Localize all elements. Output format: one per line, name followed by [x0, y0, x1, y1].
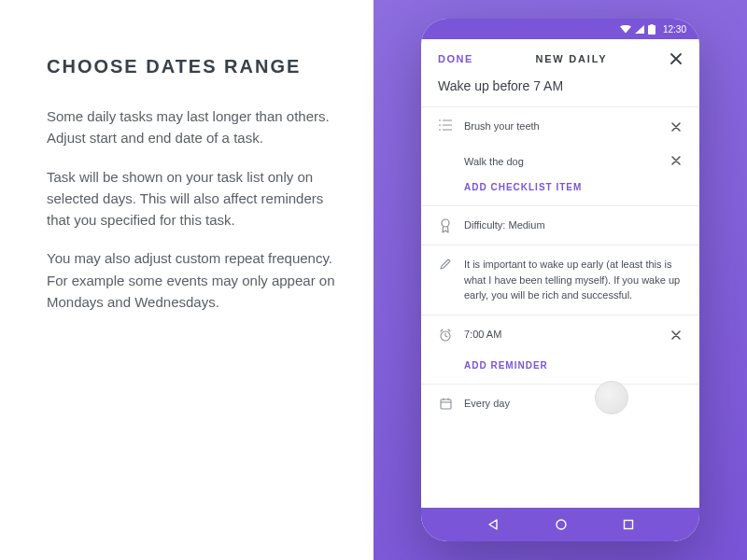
difficulty-row[interactable]: Difficulty: Medium — [438, 206, 683, 245]
checklist-section: Brush your teeth Walk the dog ADD CHECKL… — [421, 107, 699, 206]
close-icon — [671, 122, 681, 132]
svg-rect-15 — [625, 521, 633, 529]
wifi-icon — [620, 25, 631, 34]
add-checklist-item-button[interactable]: ADD CHECKLIST ITEM — [438, 176, 683, 205]
svg-rect-10 — [441, 399, 451, 409]
add-reminder-button[interactable]: ADD REMINDER — [438, 355, 683, 384]
touch-indicator — [595, 381, 628, 414]
checklist-item-label[interactable]: Walk the dog — [464, 156, 671, 167]
close-icon — [671, 330, 681, 340]
note-section: It is important to wake up early (at lea… — [421, 245, 699, 315]
repeat-label: Every day — [464, 396, 683, 412]
task-title-input[interactable]: Wake up before 7 AM — [421, 73, 699, 107]
info-paragraph: You may also adjust custom repeat freque… — [47, 247, 336, 313]
info-panel: CHOOSE DATES RANGE Some daily tasks may … — [0, 0, 374, 560]
note-text: It is important to wake up early (at lea… — [464, 257, 683, 303]
repeat-section: Every day — [421, 385, 699, 423]
close-icon — [669, 52, 683, 65]
note-row[interactable]: It is important to wake up early (at lea… — [438, 245, 683, 315]
battery-icon — [648, 24, 655, 35]
repeat-row[interactable]: Every day — [438, 385, 683, 423]
page-heading: CHOOSE DATES RANGE — [47, 56, 336, 77]
pencil-icon — [438, 257, 453, 270]
checklist-item-label[interactable]: Brush your teeth — [464, 119, 660, 134]
form-scroll[interactable]: Brush your teeth Walk the dog ADD CHECKL… — [421, 107, 699, 508]
nav-back-button[interactable] — [486, 518, 500, 531]
info-paragraph: Task will be shown on your task list onl… — [47, 166, 336, 231]
medal-icon — [438, 217, 453, 233]
difficulty-section: Difficulty: Medium — [421, 206, 699, 245]
close-icon — [671, 156, 681, 165]
info-paragraph: Some daily tasks may last longer than ot… — [47, 105, 336, 149]
app-bar: DONE NEW DAILY — [421, 39, 699, 73]
status-bar: 12:30 — [421, 19, 699, 39]
nav-recent-button[interactable] — [623, 519, 634, 530]
alarm-icon — [438, 328, 453, 342]
phone-showcase: 12:30 DONE NEW DAILY Wake up before 7 AM… — [374, 0, 747, 560]
checklist-icon — [438, 119, 453, 131]
reminder-section: 7:00 AM ADD REMINDER — [421, 315, 699, 385]
phone-frame: 12:30 DONE NEW DAILY Wake up before 7 AM… — [421, 19, 699, 541]
svg-rect-0 — [648, 25, 655, 35]
android-nav-bar — [421, 508, 699, 541]
signal-icon — [635, 25, 644, 34]
screen-title: NEW DAILY — [535, 53, 607, 64]
close-button[interactable] — [669, 52, 683, 65]
svg-rect-1 — [650, 24, 653, 26]
checklist-item-row: Walk the dog — [438, 147, 683, 176]
calendar-icon — [438, 397, 453, 410]
remove-reminder-button[interactable] — [671, 327, 683, 343]
circle-home-icon — [555, 518, 568, 531]
remove-checklist-item-button[interactable] — [671, 156, 683, 167]
reminder-time[interactable]: 7:00 AM — [464, 327, 660, 343]
svg-point-14 — [557, 520, 566, 529]
done-button[interactable]: DONE — [438, 53, 473, 64]
square-recent-icon — [623, 519, 634, 530]
difficulty-label: Difficulty: Medium — [464, 217, 683, 233]
status-time: 12:30 — [663, 24, 686, 35]
checklist-item-row: Brush your teeth — [438, 107, 683, 147]
nav-home-button[interactable] — [555, 518, 568, 531]
triangle-back-icon — [486, 518, 500, 531]
reminder-row: 7:00 AM — [438, 315, 683, 355]
svg-point-8 — [442, 219, 449, 227]
remove-checklist-item-button[interactable] — [671, 119, 683, 135]
